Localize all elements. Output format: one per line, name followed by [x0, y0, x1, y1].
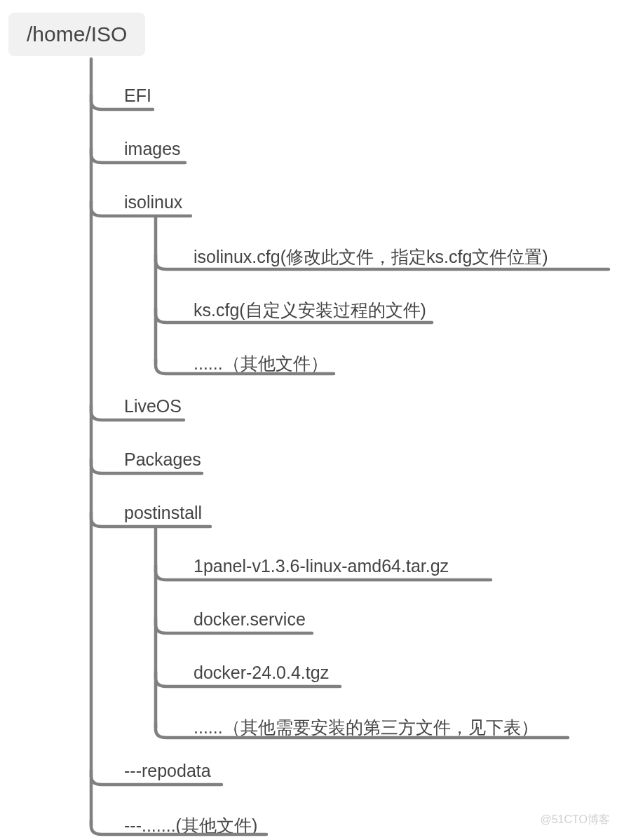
- watermark: @51CTO博客: [540, 813, 610, 827]
- tree-diagram: /home/ISO EFI images isolinux LiveOS Pac…: [0, 0, 617, 840]
- tree-connectors: [0, 0, 617, 840]
